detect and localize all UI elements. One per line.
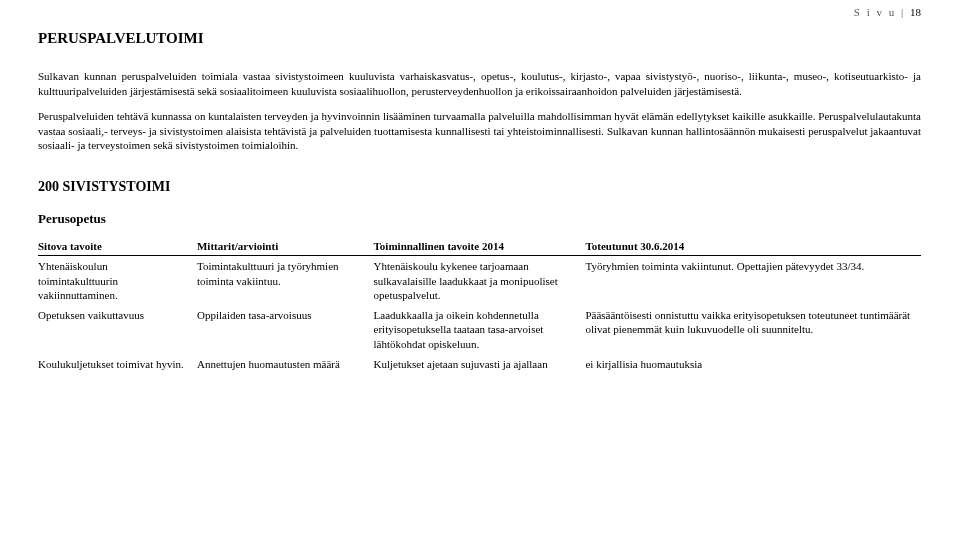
table-row: Opetuksen vaikuttavuus Oppilaiden tasa-a… [38,305,921,354]
goals-table: Sitova tavoite Mittarit/arviointi Toimin… [38,237,921,374]
heading-200-sivistystoimi: 200 SIVISTYSTOIMI [38,179,921,195]
table-header-row: Sitova tavoite Mittarit/arviointi Toimin… [38,237,921,256]
cell-toteutunut: ei kirjallisia huomautuksia [585,354,921,374]
cell-toteutunut: Työryhmien toiminta vakiintunut. Opettaj… [585,256,921,305]
page-num-value: 18 [910,6,921,18]
heading-peruspalvelutoimi: PERUSPALVELUTOIMI [38,30,921,47]
cell-sitova: Koulukuljetukset toimivat hyvin. [38,354,197,374]
cell-toiminnallinen: Kuljetukset ajetaan sujuvasti ja ajallaa… [374,354,586,374]
col-header-toiminnallinen: Toiminnallinen tavoite 2014 [374,237,586,256]
cell-mittarit: Annettujen huomautusten määrä [197,354,374,374]
cell-mittarit: Oppilaiden tasa-arvoisuus [197,305,374,354]
page-label: S i v u [854,6,896,18]
table-row: Yhtenäiskoulun toimintakulttuurin vakiin… [38,256,921,305]
col-header-toteutunut: Toteutunut 30.6.2014 [585,237,921,256]
cell-mittarit: Toimintakulttuuri ja työryhmien toiminta… [197,256,374,305]
cell-toiminnallinen: Yhtenäiskoulu kykenee tarjoamaan sulkava… [374,256,586,305]
table-row: Koulukuljetukset toimivat hyvin. Annettu… [38,354,921,374]
paragraph-intro-1: Sulkavan kunnan peruspalveluiden toimial… [38,69,921,99]
cell-sitova: Yhtenäiskoulun toimintakulttuurin vakiin… [38,256,197,305]
col-header-sitova: Sitova tavoite [38,237,197,256]
page-number: S i v u | 18 [854,6,921,18]
paragraph-intro-2: Peruspalveluiden tehtävä kunnassa on kun… [38,109,921,154]
heading-perusopetus: Perusopetus [38,211,921,227]
cell-toteutunut: Pääsääntöisesti onnistuttu vaikka erityi… [585,305,921,354]
cell-sitova: Opetuksen vaikuttavuus [38,305,197,354]
cell-toiminnallinen: Laadukkaalla ja oikein kohdennetulla eri… [374,305,586,354]
col-header-mittarit: Mittarit/arviointi [197,237,374,256]
